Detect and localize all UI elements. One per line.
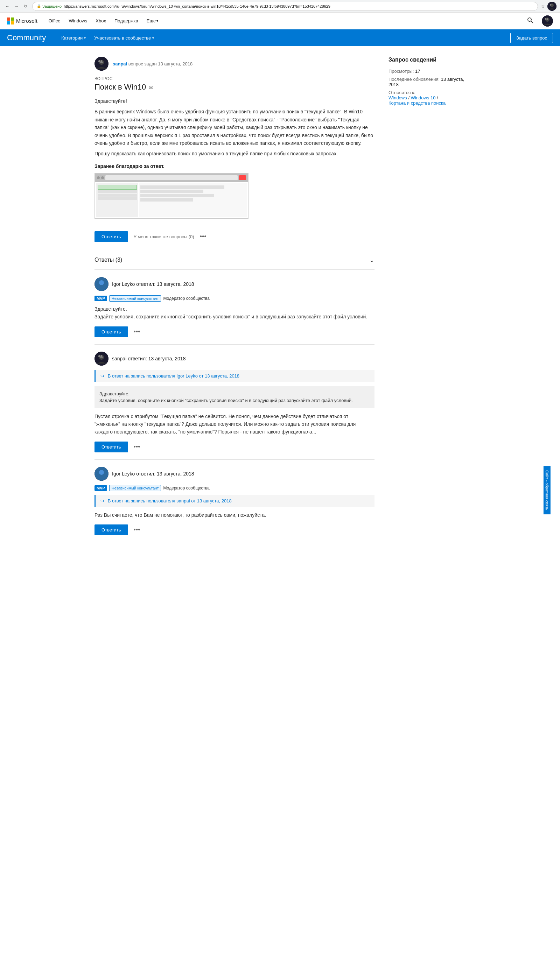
svg-line-4	[531, 21, 533, 23]
answer-2-avatar	[95, 352, 108, 366]
answer-1-badges: MVP Независимый консультант Модератор со…	[95, 295, 375, 301]
answer-1-more-button[interactable]: •••	[134, 328, 140, 336]
back-button[interactable]: ←	[3, 2, 11, 10]
ss-row-2	[98, 194, 137, 196]
sidebar-applies-to: Относится к: Windows / Windows 10 / Корт…	[388, 90, 465, 106]
bookmark-icon[interactable]: ☆	[541, 3, 545, 9]
reload-button[interactable]: ↻	[22, 2, 29, 10]
avatar-icon	[547, 2, 557, 11]
email-icon: ✉	[149, 84, 153, 91]
answer-3-actions: Ответить •••	[95, 524, 375, 535]
sidebar-last-updated-label: Последнее обновления:	[388, 77, 440, 82]
logo-blue	[7, 22, 10, 25]
question-user-meta: sanpai вопрос задан 13 августа, 2018	[113, 61, 192, 67]
forward-button[interactable]: →	[13, 2, 20, 10]
screenshot-toolbar	[95, 173, 248, 182]
sidebar-link-cortana[interactable]: Кортана и средства поиска	[388, 100, 445, 106]
reply-question-button[interactable]: Ответить	[95, 231, 128, 242]
answer-3-author[interactable]: Igor Leyko	[112, 471, 135, 476]
answer-block-1: Igor Leyko ответил: 13 августа, 2018 MVP…	[95, 270, 375, 344]
ms-logo[interactable]: Microsoft	[7, 18, 37, 25]
reply-answer-1-button[interactable]: Ответить	[95, 326, 128, 337]
sidebar-link-windows[interactable]: Windows	[388, 95, 407, 100]
answer-1-user-meta: Igor Leyko ответил: 13 августа, 2018	[112, 281, 194, 287]
reply-arrow-icon-3: ↪	[100, 498, 104, 504]
answer-1-avatar	[95, 277, 108, 291]
answer-3-badge-mvp: MVP	[95, 485, 107, 491]
browser-nav-buttons: ← → ↻	[3, 2, 29, 10]
answer-2-more-button[interactable]: •••	[134, 443, 140, 451]
answer-3-avatar-icon	[95, 467, 108, 481]
more-chevron-icon: ▾	[157, 19, 158, 23]
address-bar[interactable]: 🔒 Защищено https://answers.microsoft.com…	[32, 2, 538, 11]
sidebar-views-label: Просмотры:	[388, 68, 414, 74]
reply-answer-3-button[interactable]: Ответить	[95, 524, 128, 535]
answer-1-text: Задайте условия, сохраните их кнопкой "с…	[95, 313, 375, 321]
answer-1-badge-mvp: MVP	[95, 296, 107, 301]
nav-participate[interactable]: Участвовать в сообществе ▾	[90, 29, 158, 46]
sidebar-views-value: 17	[415, 68, 420, 74]
question-header: sanpai вопрос задан 13 августа, 2018	[95, 57, 375, 71]
search-button[interactable]	[527, 17, 533, 25]
question-request: Прошу подсказать как организовать поиск …	[95, 150, 375, 158]
screenshot-left-panel	[96, 183, 138, 217]
nav-link-xbox[interactable]: Xbox	[95, 18, 106, 23]
answer-2-reply-ref[interactable]: ↪ В ответ на запись пользователя Igor Le…	[95, 370, 375, 382]
svg-point-15	[98, 355, 100, 357]
answer-block-3: Igor Leyko ответил: 13 августа, 2018 MVP…	[95, 460, 375, 542]
screenshot-highlight	[98, 185, 137, 190]
answer-3-badges: MVP Независимый консультант Модератор со…	[95, 485, 375, 491]
logo-yellow	[11, 22, 14, 25]
nav-link-windows[interactable]: Windows	[69, 18, 88, 23]
answer-1-header: Igor Leyko ответил: 13 августа, 2018	[95, 277, 375, 291]
sidebar-last-updated: Последнее обновления: 13 августа, 2018	[388, 77, 465, 87]
question-greeting: Здравствуйте!	[95, 97, 375, 105]
community-title: Community	[7, 33, 46, 42]
reply-answer-2-button[interactable]: Ответить	[95, 441, 128, 453]
answer-1-actions: Ответить •••	[95, 326, 375, 337]
svg-point-7	[545, 18, 547, 20]
answer-3-more-button[interactable]: •••	[134, 526, 140, 534]
browser-action-buttons: ☆	[541, 2, 557, 11]
answer-2-avatar-icon	[95, 352, 108, 366]
answers-title: Ответы (3)	[95, 257, 122, 263]
answer-3-reply-ref[interactable]: ↪ В ответ на запись пользователя sanpai …	[95, 495, 375, 507]
ask-question-button[interactable]: Задать вопрос	[510, 33, 553, 43]
logo-green	[11, 18, 14, 21]
expand-answers-icon[interactable]: ⌄	[369, 256, 375, 264]
nav-link-office[interactable]: Office	[48, 18, 60, 23]
search-icon	[527, 17, 533, 23]
ss-content-2	[140, 190, 203, 193]
sidebar: Запрос сведений Просмотры: 17 Последнее …	[388, 57, 465, 542]
svg-point-17	[99, 470, 104, 475]
svg-point-3	[528, 18, 531, 22]
sidebar-link-windows10[interactable]: Windows 10	[411, 95, 436, 100]
browser-user-avatar[interactable]	[547, 2, 557, 11]
answer-2-body: Пустая строчка с атрибутом "Текущая папк…	[95, 413, 375, 436]
answer-1-author[interactable]: Igor Leyko	[112, 281, 135, 287]
answer-3-badge-moderator: Модератор сообщества	[163, 486, 210, 491]
question-author-name[interactable]: sanpai	[113, 61, 127, 67]
secure-icon: 🔒	[37, 4, 41, 8]
toolbar-dot-2	[101, 176, 104, 179]
ss-row-3	[98, 197, 137, 200]
same-question-button[interactable]: У меня такие же вопросы (0)	[134, 234, 194, 239]
user-avatar[interactable]	[542, 15, 553, 27]
nav-more-dropdown[interactable]: Еще ▾	[147, 18, 158, 23]
ms-logo-grid	[7, 18, 14, 25]
answer-2-author[interactable]: sanpai	[112, 356, 127, 361]
question-body: Здравствуйте! В ранних версиях Windows б…	[95, 97, 375, 158]
sidebar-views: Просмотры: 17	[388, 68, 465, 74]
toolbar-dot-1	[97, 176, 100, 179]
answer-3-avatar	[95, 467, 108, 481]
answer-2-user-meta: sanpai ответил: 13 августа, 2018	[112, 356, 185, 361]
nav-link-support[interactable]: Поддержка	[115, 18, 138, 23]
feedback-tab[interactable]: Сайт - обратная связь	[543, 466, 550, 514]
answer-2-posted: ответил: 13 августа, 2018	[128, 356, 185, 361]
answer-3-body: Раз Вы считаете, что Вам не помогают, то…	[95, 511, 375, 519]
sidebar-title: Запрос сведений	[388, 57, 465, 63]
question-more-button[interactable]: •••	[200, 233, 207, 240]
answer-1-avatar-icon	[95, 277, 108, 291]
sidebar-separator-2: /	[437, 95, 438, 100]
nav-categories[interactable]: Категории ▾	[57, 29, 90, 46]
